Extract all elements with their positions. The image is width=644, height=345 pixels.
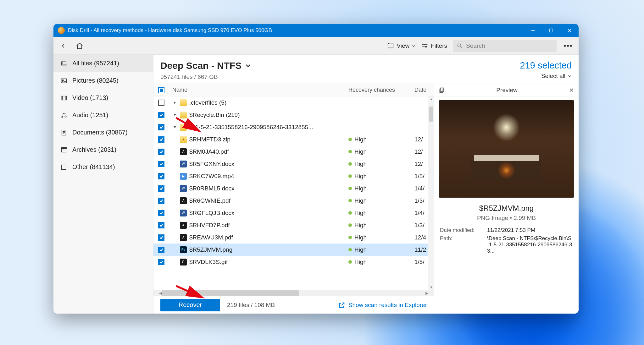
row-checkbox[interactable] (158, 173, 164, 179)
row-checkbox[interactable] (158, 161, 164, 167)
file-row[interactable]: W $R0RBML5.docx High 1/4/ (153, 182, 434, 194)
sidebar-item[interactable]: Archives (2031) (53, 141, 153, 158)
file-row[interactable]: A $RHVFD7P.pdf High 1/3/ (153, 219, 434, 231)
file-name: $R0RBML5.docx (189, 185, 235, 192)
disclosure-icon[interactable] (172, 112, 177, 118)
sidebar-item-label: Other (841134) (72, 163, 115, 171)
file-row[interactable]: W $R5FGXNY.docx High 12/ (153, 158, 434, 170)
footer: Recover 219 files / 108 MB Show scan res… (153, 296, 434, 314)
vertical-scrollbar[interactable]: ▲ ▼ (428, 96, 434, 290)
home-button[interactable] (74, 41, 85, 51)
doc-icon (60, 129, 67, 136)
search-input[interactable] (466, 42, 553, 49)
show-in-explorer-link[interactable]: Show scan results in Explorer (338, 302, 427, 309)
preview-title: Preview (445, 87, 569, 94)
status-dot (348, 150, 352, 153)
file-row[interactable]: ▶ $RKC7W09.mp4 High 1/5/ (153, 170, 434, 182)
prop-label: Path: (440, 235, 487, 254)
prop-label: Date modified: (440, 227, 487, 233)
sidebar-item[interactable]: Documents (30867) (53, 124, 153, 141)
select-all-checkbox[interactable] (158, 87, 164, 93)
row-checkbox[interactable] (158, 259, 164, 265)
chevron-down-icon (245, 63, 251, 68)
file-row[interactable]: .cleverfiles (5) (153, 96, 434, 109)
status-dot (348, 260, 352, 264)
scan-title[interactable]: Deep Scan - NTFS (160, 60, 520, 71)
row-checkbox[interactable] (158, 247, 164, 253)
file-row[interactable]: Ps $R5ZJMVM.png High 11/2 (153, 244, 434, 256)
row-checkbox[interactable] (158, 100, 164, 106)
copy-icon[interactable] (439, 87, 445, 93)
film-icon (60, 95, 67, 101)
file-row[interactable]: A $R6GWNIE.pdf High 1/3/ (153, 194, 434, 207)
column-date[interactable]: Date (411, 87, 434, 93)
row-checkbox[interactable] (158, 136, 164, 143)
row-checkbox[interactable] (158, 234, 164, 241)
main-panel: Deep Scan - NTFS 957241 files / 667 GB 2… (153, 55, 579, 314)
sidebar-item[interactable]: Video (1713) (53, 89, 153, 107)
close-button[interactable] (560, 24, 579, 37)
file-row[interactable]: $RHMFTD3.zip High 12/ (153, 133, 434, 145)
file-name: $REAWU3M.pdf (189, 234, 233, 241)
file-row[interactable]: A $RM0JA40.pdf High 12/ (153, 145, 434, 158)
minimize-button[interactable] (524, 24, 542, 37)
file-list: Name Recovery chances Date .cleverfiles … (153, 84, 434, 314)
search-box[interactable] (453, 40, 557, 52)
view-dropdown[interactable]: View (387, 42, 416, 49)
recover-button[interactable]: Recover (160, 299, 220, 311)
app-window: Disk Drill - All recovery methods - Hard… (53, 24, 579, 314)
file-row[interactable]: G $RVDLK3S.gif High 1/5/ (153, 256, 434, 268)
prop-value: \Deep Scan - NTFS\$Recycle.Bin\S-1-5-21-… (487, 235, 573, 254)
sidebar-item[interactable]: Audio (1251) (53, 107, 153, 124)
filters-button[interactable]: Filters (421, 42, 447, 49)
app-icon (58, 27, 65, 34)
row-checkbox[interactable] (158, 222, 164, 228)
column-recovery[interactable]: Recovery chances (345, 87, 411, 93)
svg-point-23 (65, 116, 66, 117)
preview-image (439, 100, 574, 198)
file-row[interactable]: $Recycle.Bin (219) (153, 109, 434, 121)
filters-label: Filters (431, 42, 447, 49)
disclosure-icon[interactable] (172, 100, 177, 105)
preview-filename: $R5ZJMVM.png (434, 204, 579, 213)
file-row[interactable]: S-1-5-21-3351558216-2909586246-3312855..… (153, 121, 434, 133)
row-checkbox[interactable] (158, 198, 164, 204)
row-checkbox[interactable] (158, 185, 164, 192)
other-icon (60, 164, 67, 171)
svg-rect-1 (550, 29, 553, 32)
sidebar-item-label: All files (957241) (72, 60, 119, 67)
svg-line-10 (461, 47, 462, 48)
prop-value: 11/22/2021 7:53 PM (487, 227, 573, 233)
row-checkbox[interactable] (158, 149, 164, 155)
status-dot (348, 248, 352, 251)
scan-subtitle: 957241 files / 667 GB (160, 74, 520, 80)
row-checkbox[interactable] (158, 210, 164, 216)
file-row[interactable]: A $REAWU3M.pdf High 12/4 (153, 231, 434, 244)
file-row[interactable]: W $RGFLQJB.docx High 1/4/ (153, 207, 434, 219)
svg-rect-29 (61, 147, 67, 149)
horizontal-scrollbar[interactable]: ◀ ▶ (153, 290, 434, 296)
image-icon (60, 77, 67, 84)
svg-rect-36 (440, 89, 443, 92)
sidebar-item-label: Documents (30867) (72, 129, 128, 136)
svg-rect-4 (388, 44, 393, 48)
maximize-button[interactable] (542, 24, 560, 37)
select-all-dropdown[interactable]: Select all (520, 73, 572, 79)
status-dot (348, 199, 352, 202)
disclosure-icon[interactable] (172, 125, 177, 130)
row-checkbox[interactable] (158, 124, 164, 130)
close-preview-button[interactable]: ✕ (569, 86, 574, 94)
column-name[interactable]: Name (169, 87, 345, 93)
sidebar-item[interactable]: All files (957241) (53, 55, 153, 72)
toolbar: View Filters ••• (53, 37, 579, 55)
svg-point-9 (458, 44, 461, 47)
sidebar-item[interactable]: Other (841134) (53, 158, 153, 176)
status-dot (348, 236, 352, 239)
back-button[interactable] (58, 41, 69, 51)
more-button[interactable]: ••• (562, 40, 574, 52)
preview-panel: Preview ✕ $R5ZJMVM.png PNG Image • 2.99 … (434, 84, 579, 314)
selection-summary: 219 files / 108 MB (227, 302, 275, 309)
svg-point-8 (425, 46, 427, 47)
sidebar-item[interactable]: Pictures (80245) (53, 72, 153, 89)
row-checkbox[interactable] (158, 112, 164, 118)
